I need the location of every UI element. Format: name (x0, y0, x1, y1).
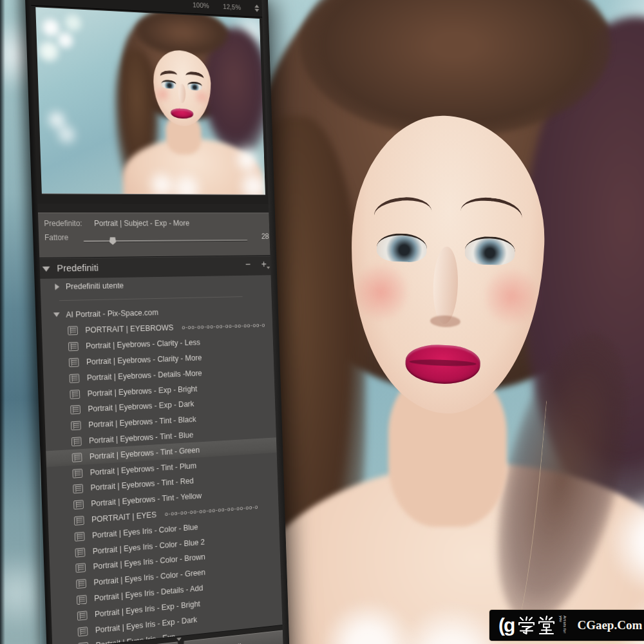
panel-divider-band (32, 204, 275, 213)
preset-icon (76, 579, 86, 589)
zoom-fit-label[interactable]: 100% (193, 1, 209, 9)
watermark-tagline: Artists for you (559, 616, 567, 635)
preview-image (35, 7, 265, 194)
eyebrow-left (373, 195, 433, 233)
preset-icon (78, 627, 88, 636)
folder-collapsed-icon (55, 283, 59, 290)
preset-icon (74, 516, 84, 526)
blush-right (193, 89, 209, 105)
arrow-down-icon (254, 8, 259, 12)
slider-thumb[interactable] (109, 237, 117, 245)
remove-preset-button[interactable]: − (245, 259, 251, 270)
preset-group-label: AI Portrait - Pix-Space.com (66, 308, 158, 319)
group-expanded-icon (53, 312, 60, 317)
flower-bokeh-bottom (0, 541, 43, 644)
presets-panel: 100% 12,5% (24, 0, 290, 644)
preset-item-label: PORTRAIT | EYES (91, 510, 156, 524)
eyebrow-right (459, 194, 524, 234)
preset-item-label: PORTRAIT | EYEBROWS (85, 323, 173, 335)
blush-left (353, 261, 409, 323)
list-divider (59, 296, 243, 301)
presets-list: Predefiniti utente AI Portrait - Pix-Spa… (34, 275, 289, 644)
preset-value[interactable]: Portrait | Subject - Exp - More (94, 219, 189, 228)
flowers-bottom-right (229, 141, 265, 194)
preset-icon (73, 500, 84, 509)
preset-icon (69, 374, 79, 383)
preset-items: PORTRAIT | EYEBROWS o-oo-oo-oo-oo-oo-oo-… (36, 317, 289, 644)
splitter-handle-icon[interactable] (176, 638, 182, 641)
preset-item-label: Portrait | Eyebrows - Exp - Dark (88, 400, 194, 414)
blush-left (155, 86, 171, 102)
preset-item-label: Portrait | Eyebrows - Clarity - Less (86, 338, 200, 351)
preset-icon (77, 611, 88, 620)
preset-icon (75, 547, 85, 557)
nose-shape (431, 247, 459, 325)
preset-icon (68, 342, 79, 351)
arrow-up-icon (254, 5, 259, 8)
amount-slider[interactable] (84, 236, 248, 245)
user-presets-label: Predefiniti utente (66, 281, 124, 291)
preset-icon (75, 531, 85, 541)
amount-label: Fattore (44, 233, 69, 242)
nose-shape (178, 83, 185, 103)
preset-info-bar: Predefinito: Portrait | Subject - Exp - … (32, 213, 276, 258)
user-presets-folder[interactable]: Predefiniti utente (34, 275, 277, 296)
amount-value: 28 (261, 232, 269, 240)
eye-right (464, 236, 515, 266)
preset-label: Predefinito: (44, 219, 82, 228)
xuetang-logo-glyphs (518, 616, 555, 635)
flowers-bottom (307, 583, 514, 644)
preset-icon (69, 358, 79, 367)
preset-item-suffix: o-oo-oo-oo-oo-oo-oo-oo-oo-o (182, 322, 265, 330)
preset-icon (72, 468, 82, 478)
preset-item-label: Portrait | Eyebrows - Exp - Bright (87, 384, 197, 398)
flowers-top-left (35, 9, 91, 71)
add-preset-caret-icon (267, 267, 270, 269)
preset-icon (68, 327, 78, 336)
eye-right (187, 81, 202, 91)
watermark-site: CGaep.Com (577, 618, 642, 632)
preset-icon (70, 405, 80, 415)
preset-item-label: Portrait | Eyebrows - Details -More (87, 369, 202, 383)
lips-shape (171, 108, 193, 118)
blush-right (484, 266, 540, 327)
nostril-shadow (430, 315, 460, 328)
zoom-stepper-icon[interactable] (254, 5, 259, 12)
preset-icon (72, 453, 82, 462)
preview-area (25, 5, 274, 204)
presets-title: Predefiniti (57, 262, 99, 274)
slider-track[interactable] (84, 240, 248, 242)
zoom-level-label[interactable]: 12,5% (223, 3, 241, 11)
add-preset-button[interactable]: + (261, 259, 267, 270)
left-dark-edge (0, 0, 5, 644)
flowers-bottom (142, 169, 205, 194)
preset-icon (77, 595, 87, 605)
preset-icon (73, 484, 83, 494)
watermark-banner: (g Artists for you CGaep.Com (489, 610, 644, 641)
preview-portrait (35, 7, 265, 194)
preset-icon (71, 421, 81, 431)
eye-left (376, 232, 427, 263)
preset-icon (75, 563, 86, 573)
eye-left (161, 79, 176, 89)
collapse-arrow-icon[interactable] (43, 267, 50, 272)
flowers-bottom-left (41, 100, 80, 149)
paste-button-label: Incolla (223, 641, 245, 644)
screenshot-root: 100% 12,5% (0, 0, 644, 644)
preset-icon (71, 437, 82, 446)
preset-item-label: Portrait | Eyebrows - Clarity - More (86, 354, 202, 366)
preset-icon (70, 390, 80, 399)
cg-logo: (g (498, 616, 514, 635)
